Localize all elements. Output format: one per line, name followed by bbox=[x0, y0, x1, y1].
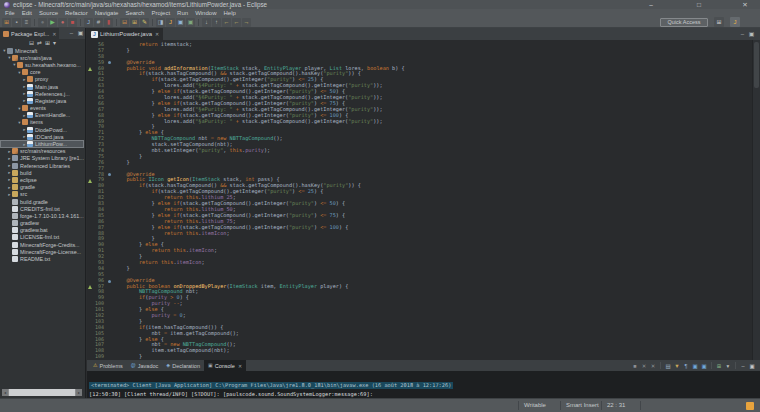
close-icon[interactable]: ✕ bbox=[155, 31, 159, 37]
editor-maximize-button[interactable]: ▣ bbox=[747, 29, 756, 40]
tree-item-src-main-java[interactable]: ▾src/main/java bbox=[0, 54, 84, 61]
terminate-icon[interactable]: ■ bbox=[631, 362, 639, 370]
console-output[interactable]: <terminated> Client [Java Application] C… bbox=[87, 371, 760, 398]
menu-refactor[interactable]: Refactor bbox=[65, 9, 88, 17]
tree-item-forge-1-7-10-10-13-4-161[interactable]: forge-1.7.10-10.13.4.161... bbox=[0, 212, 84, 219]
open-perspective-icon[interactable]: ◨ bbox=[156, 18, 165, 27]
menu-window[interactable]: Window bbox=[195, 9, 216, 17]
tree-item-diodepowd[interactable]: ▸DiodePowd... bbox=[0, 126, 84, 133]
open-resource-icon[interactable]: ⊟ bbox=[120, 18, 129, 27]
code-text-area[interactable]: return itemstack; } @Override public voi… bbox=[114, 42, 751, 360]
tree-item-minecraft[interactable]: ▾Minecraft bbox=[0, 47, 84, 54]
open-type-icon[interactable]: # bbox=[94, 18, 103, 27]
open-perspective-button[interactable]: ⊞ bbox=[714, 17, 724, 27]
menu-file[interactable]: File bbox=[5, 9, 15, 17]
menu-navigate[interactable]: Navigate bbox=[95, 9, 119, 17]
tree-item-build[interactable]: ▸build bbox=[0, 169, 84, 176]
tree-item-main-java[interactable]: ▸Main.java bbox=[0, 83, 84, 90]
tree-item-references-j[interactable]: ▸References.j... bbox=[0, 90, 84, 97]
tree-item-credits-fml-txt[interactable]: CREDITS-fml.txt bbox=[0, 205, 84, 212]
window-close-button[interactable]: ✕ bbox=[738, 0, 752, 9]
menu-project[interactable]: Project bbox=[151, 9, 170, 17]
scrollbar-thumb[interactable] bbox=[9, 389, 75, 396]
scroll-left-icon[interactable]: ◂ bbox=[2, 389, 8, 396]
tab-problems[interactable]: ⚠Problems bbox=[89, 360, 127, 371]
tree-item-proxy[interactable]: ▸proxy bbox=[0, 76, 84, 83]
import-icon[interactable]: ⊞ bbox=[130, 18, 139, 27]
menu-run[interactable]: Run bbox=[177, 9, 188, 17]
back-icon[interactable]: ← bbox=[232, 18, 241, 27]
save-icon[interactable]: ▪ bbox=[12, 18, 21, 27]
maximize-icon[interactable]: ▣ bbox=[748, 362, 756, 370]
clear-console-icon[interactable]: ▤ bbox=[664, 362, 672, 370]
tab-console[interactable]: ▣Console✕ bbox=[204, 360, 246, 371]
window-minimize-button[interactable]: – bbox=[644, 0, 658, 9]
tab-declaration[interactable]: ◈Declaration bbox=[162, 360, 204, 371]
tree-item-gradle[interactable]: ▸gradle bbox=[0, 184, 84, 191]
edit-pencil-icon[interactable]: ✎ bbox=[140, 18, 149, 27]
code-editor[interactable]: 5657585960616263646566676869707172737475… bbox=[87, 40, 760, 360]
tree-item-items[interactable]: ▾items bbox=[0, 119, 84, 126]
new-wizard-icon[interactable]: ⊞ bbox=[2, 18, 11, 27]
tree-item-idcard-java[interactable]: ▸IDCard.java bbox=[0, 133, 84, 140]
tree-item-src-main-resources[interactable]: ▸src/main/resources bbox=[0, 148, 84, 155]
tab-lithiumpowder-java[interactable]: J LithiumPowder.java ✕ bbox=[87, 28, 163, 40]
junit-icon[interactable]: ▮ bbox=[104, 18, 113, 27]
fold-marker-icon[interactable] bbox=[108, 280, 111, 283]
tree-item-referenced-libraries[interactable]: ▸Referenced Libraries bbox=[0, 162, 84, 169]
tree-item-minecraftforge-credits[interactable]: MinecraftForge-Credits... bbox=[0, 241, 84, 248]
vertical-scrollbar-thumb[interactable] bbox=[754, 42, 759, 88]
scroll-lock-icon[interactable]: ▼ bbox=[673, 362, 681, 370]
prev-annotation-icon[interactable]: ↑ bbox=[212, 18, 221, 27]
forward-icon[interactable]: → bbox=[242, 18, 251, 27]
profile-icon[interactable]: ● bbox=[58, 18, 67, 27]
close-icon[interactable]: ✕ bbox=[52, 31, 56, 37]
window-maximize-button[interactable]: □ bbox=[692, 0, 706, 9]
focus-icon[interactable]: ⊞ bbox=[45, 39, 50, 47]
tree-item-src[interactable]: ▸src bbox=[0, 191, 84, 198]
tree-item-license-fml-txt[interactable]: LICENSE-fml.txt bbox=[0, 234, 84, 241]
remove-launch-icon[interactable]: ✕ bbox=[640, 362, 648, 370]
tree-item-readme-txt[interactable]: README.txt bbox=[0, 255, 84, 262]
tree-item-eventhandle[interactable]: ▸EventHandle... bbox=[0, 112, 84, 119]
menu-help[interactable]: Help bbox=[223, 9, 235, 17]
debug-icon[interactable]: ● bbox=[38, 18, 47, 27]
menu-search[interactable]: Search bbox=[125, 9, 144, 17]
explorer-horizontal-scrollbar[interactable]: ◂ ▸ bbox=[2, 389, 82, 396]
minimize-icon[interactable]: – bbox=[739, 362, 747, 370]
explorer-maximize-button[interactable]: ▣ bbox=[76, 28, 85, 39]
java-perspective-button[interactable]: J bbox=[730, 17, 740, 27]
display-selected-console-icon[interactable]: ▣ bbox=[700, 362, 708, 370]
view-menu-icon[interactable]: ▾ bbox=[724, 362, 732, 370]
view-menu-icon[interactable]: ▾ bbox=[53, 39, 56, 47]
collapse-all-icon[interactable]: ⊟ bbox=[29, 39, 34, 47]
tree-item-core[interactable]: ▾core bbox=[0, 69, 84, 76]
status-notification-icon[interactable] bbox=[746, 402, 754, 410]
team-sync-icon[interactable]: ▣ bbox=[186, 18, 195, 27]
remove-all-launches-icon[interactable]: ✕ bbox=[649, 362, 657, 370]
menu-edit[interactable]: Edit bbox=[22, 9, 32, 17]
tree-item-lithiumpow[interactable]: ▸LithiumPow... bbox=[0, 140, 84, 147]
tree-item-jre-system-library-jre1[interactable]: ▸JRE System Library [jre1... bbox=[0, 155, 84, 162]
java-perspective-icon[interactable]: J bbox=[166, 18, 175, 27]
new-java-project-icon[interactable]: J bbox=[84, 18, 93, 27]
scroll-right-icon[interactable]: ▸ bbox=[76, 389, 82, 396]
tree-item-register-java[interactable]: ▸Register.java bbox=[0, 97, 84, 104]
link-with-editor-icon[interactable]: ⇄ bbox=[37, 39, 42, 47]
overview-ruler[interactable] bbox=[752, 40, 760, 360]
pin-console-icon[interactable]: ▣ bbox=[691, 362, 699, 370]
tab-package-explorer[interactable]: Package Expl... ✕ bbox=[0, 28, 59, 39]
tree-item-su-hexahash-hexamo[interactable]: ▾su.hexahash.hexamo... bbox=[0, 61, 84, 68]
menu-source[interactable]: Source bbox=[39, 9, 58, 17]
tree-item-gradlew[interactable]: gradlew bbox=[0, 220, 84, 227]
next-annotation-icon[interactable]: ↓ bbox=[202, 18, 211, 27]
word-wrap-icon[interactable]: ¶ bbox=[682, 362, 690, 370]
debug-perspective-icon[interactable]: ▣ bbox=[176, 18, 185, 27]
run-icon[interactable]: ▶ bbox=[48, 18, 57, 27]
stop-icon[interactable]: ■ bbox=[68, 18, 77, 27]
tree-item-events[interactable]: ▾events bbox=[0, 105, 84, 112]
open-console-icon[interactable]: ⊞ bbox=[715, 362, 723, 370]
tree-item-gradlew-bat[interactable]: gradlew.bat bbox=[0, 227, 84, 234]
tree-item-eclipse[interactable]: ▸eclipse bbox=[0, 176, 84, 183]
tree-item-build-gradle[interactable]: build.gradle bbox=[0, 198, 84, 205]
